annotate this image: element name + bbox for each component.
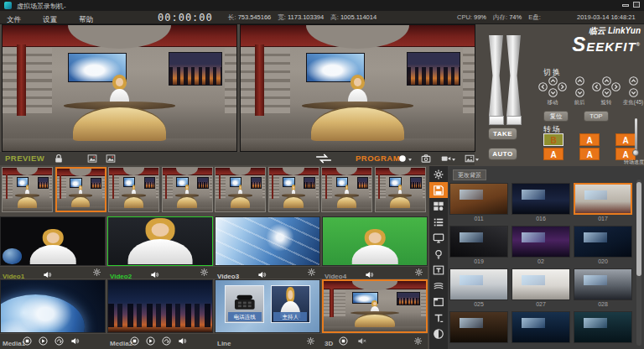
angle-thumbnail-7[interactable] (321, 167, 372, 212)
video-cell-Video1[interactable] (0, 216, 106, 266)
speaker-muted-icon[interactable] (357, 336, 366, 346)
scene-item-011[interactable]: 011 (449, 183, 508, 223)
speaker-icon[interactable] (150, 270, 159, 279)
scene-thumbnail[interactable] (512, 268, 570, 300)
record-icon[interactable] (397, 154, 408, 164)
video-cell-Video3[interactable] (215, 216, 320, 266)
pad-arrow-down-icon[interactable] (575, 88, 584, 97)
angle-thumbnail-3[interactable] (108, 167, 159, 212)
scene-scrollbar[interactable] (636, 180, 641, 346)
line-option-1[interactable]: 主持人 (271, 285, 310, 324)
media-cell-Media1[interactable] (0, 279, 106, 333)
pad-arrow-rt-icon[interactable] (558, 82, 567, 91)
pad-arrow-down-icon[interactable] (548, 88, 558, 97)
scene-thumbnail[interactable] (449, 226, 508, 258)
scene-thumbnail[interactable] (449, 311, 508, 343)
top-button[interactable]: TOP (584, 111, 609, 122)
scene-scrollbar-thumb[interactable] (636, 182, 641, 276)
tool-monitor-button[interactable] (429, 230, 448, 246)
line-cell[interactable]: 电话连线主持人 (215, 279, 320, 333)
loop-icon[interactable] (162, 336, 171, 346)
transition-button-4[interactable]: A (579, 148, 600, 160)
preview-monitor[interactable] (2, 24, 237, 152)
scene-item-row4-10[interactable] (512, 311, 570, 349)
speaker-icon[interactable] (257, 270, 267, 279)
tool-caption-button[interactable] (429, 262, 448, 278)
video-cell-Video4[interactable] (322, 216, 428, 266)
scene-item-019[interactable]: 019 (449, 226, 508, 266)
scene-item-020[interactable]: 020 (574, 226, 632, 266)
pad-arrow-up-icon[interactable] (629, 76, 638, 86)
tbar-left-bar[interactable] (489, 35, 503, 116)
camera-icon[interactable] (421, 154, 431, 164)
program-monitor[interactable] (240, 24, 475, 152)
tbar-right-bar[interactable] (506, 35, 521, 116)
scene-item-027[interactable]: 027 (512, 268, 570, 309)
pad-arrow-lt-icon[interactable] (538, 82, 548, 91)
pad-arrow-lt-icon[interactable] (592, 82, 601, 91)
speaker-icon[interactable] (365, 270, 374, 279)
scene-thumbnail[interactable] (574, 226, 632, 258)
camcorder-icon[interactable] (441, 154, 451, 164)
picture-caret-icon[interactable] (475, 159, 479, 161)
take-button[interactable]: TAKE (488, 128, 517, 140)
minimize-button[interactable] (622, 4, 629, 7)
snapshot-icon[interactable] (106, 154, 116, 164)
scene-thumbnail[interactable] (574, 268, 632, 300)
tool-theme-button[interactable] (429, 326, 448, 341)
gear-icon[interactable] (200, 268, 209, 277)
tbar-fader[interactable] (489, 35, 522, 126)
loop-icon[interactable] (55, 336, 64, 346)
scene-thumbnail[interactable] (574, 183, 632, 215)
tool-layers-button[interactable] (429, 278, 448, 294)
transition-button-1[interactable]: A (579, 133, 600, 146)
video-cell-Video2[interactable] (107, 216, 213, 266)
stop-icon[interactable] (23, 336, 32, 346)
angle-thumbnail-6[interactable] (268, 167, 319, 212)
tool-frame-button[interactable] (429, 294, 448, 310)
scene-thumbnail[interactable] (574, 311, 632, 343)
tool-settings-button[interactable] (429, 166, 448, 182)
scene-thumbnail[interactable] (449, 183, 508, 215)
scene-item-016[interactable]: 016 (512, 183, 570, 223)
transition-speed-knob[interactable] (632, 149, 639, 156)
picture-icon[interactable] (465, 154, 475, 164)
angle-thumbnail-2[interactable] (55, 167, 106, 212)
tool-playlist-button[interactable] (429, 214, 448, 230)
change-background-button[interactable]: 更改背景 (453, 169, 486, 180)
close-button[interactable] (633, 2, 640, 8)
pad-arrow-down-icon[interactable] (629, 88, 638, 97)
scene-item-025[interactable]: 025 (449, 268, 508, 309)
speaker-icon[interactable] (70, 336, 80, 346)
auto-button[interactable]: AUTO (488, 148, 517, 160)
scene-item-017[interactable]: 017 (574, 183, 632, 223)
tool-light-button[interactable] (429, 246, 448, 262)
stop-icon[interactable] (339, 336, 348, 346)
pad-arrow-up-icon[interactable] (548, 76, 558, 86)
gear-icon[interactable] (413, 336, 423, 346)
scene-item-028[interactable]: 028 (574, 268, 632, 309)
lock-icon[interactable] (54, 154, 64, 164)
stop-icon[interactable] (130, 336, 139, 346)
swap-icon[interactable] (315, 154, 332, 164)
pad-arrow-rt-icon[interactable] (611, 82, 621, 91)
camcorder-caret-icon[interactable] (452, 159, 455, 161)
pad-arrow-up-icon[interactable] (575, 76, 584, 86)
media-cell-Media2[interactable] (107, 279, 213, 333)
speaker-icon[interactable] (178, 336, 187, 346)
scene-item-02[interactable]: 02 (512, 226, 570, 266)
scene-thumbnail[interactable] (512, 311, 570, 343)
gear-icon[interactable] (306, 336, 315, 346)
scene-thumbnail[interactable] (512, 183, 570, 215)
gear-icon[interactable] (92, 268, 101, 277)
tbar-right-handle[interactable] (506, 116, 522, 125)
transition-button-3[interactable]: A (543, 148, 564, 160)
pad-arrow-up-icon[interactable] (602, 76, 611, 86)
angle-thumbnail-4[interactable] (162, 167, 213, 212)
angle-thumbnail-1[interactable] (2, 167, 53, 212)
threed-output-cell[interactable] (322, 279, 428, 333)
tool-save-button[interactable] (429, 182, 448, 198)
scene-item-row4-9[interactable] (449, 311, 508, 349)
record-caret-icon[interactable] (408, 159, 412, 161)
tbar-left-handle[interactable] (489, 116, 504, 125)
